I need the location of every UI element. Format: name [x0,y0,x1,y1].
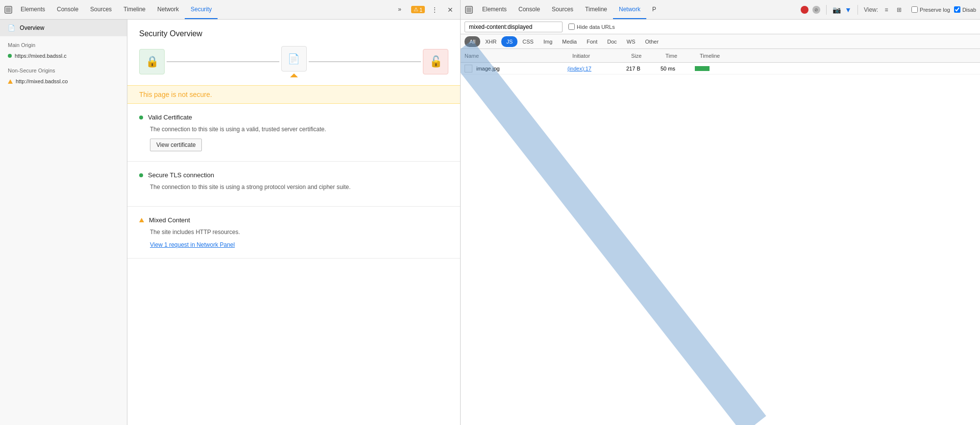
preserve-log-label[interactable]: Preserve log [911,6,950,13]
secure-tls-title: Secure TLS connection [148,171,214,179]
status-diagram: 🔒 📄 🔓 [127,46,460,85]
filter-tab-ws[interactable]: WS [622,36,640,47]
document-icon: 📄 [288,53,300,65]
left-devtools-panel: Elements Console Sources Timeline Networ… [0,0,461,425]
row-size: 217 B [622,66,657,71]
filter-input[interactable] [465,22,563,32]
section-mixed-content: Mixed Content The site includes HTTP res… [127,207,460,259]
network-toolbar-tabs: Elements Console Sources Timeline Networ… [476,0,662,19]
tab-timeline[interactable]: Timeline [118,0,151,19]
disable-label[interactable]: Disab [954,6,976,13]
filter-tab-font[interactable]: Font [582,36,602,47]
mixed-content-header: Mixed Content [139,216,448,224]
tab-security[interactable]: Security [185,0,218,19]
section-secure-tls: Secure TLS connection The connection to … [127,162,460,207]
row-timeline [691,66,980,71]
non-secure-label: Non-Secure Origins [0,62,127,75]
row-checkbox[interactable] [465,65,472,72]
not-secure-banner: This page is not secure. [127,85,460,104]
right-tab-sources[interactable]: Sources [546,0,579,19]
main-origin-url: https://mixed.badssl.c [15,53,67,59]
preserve-log-area: Preserve log Disab [911,6,976,13]
preserve-log-checkbox[interactable] [911,6,918,13]
filter-icon[interactable]: ▼ [845,6,852,14]
filter-tab-all[interactable]: All [465,36,480,47]
secure-tls-header: Secure TLS connection [139,171,448,179]
initiator-link[interactable]: (index):17 [567,66,591,71]
tree-view-button[interactable]: ⊞ [895,5,904,14]
header-size: Size [627,53,662,59]
valid-cert-desc: The connection to this site is using a v… [150,125,448,134]
row-initiator: (index):17 [564,66,622,71]
toolbar-actions: » ⚠ 1 ⋮ ✕ [392,4,456,16]
filter-tab-js[interactable]: JS [501,36,517,47]
tab-more[interactable]: » [392,6,407,14]
insecure-icon-box: 🔓 [423,49,448,74]
table-row[interactable]: image.jpg (index):17 217 B 50 ms [461,63,980,74]
doc-icon-box: 📄 [281,46,307,71]
mixed-content-title: Mixed Content [149,216,190,224]
warning-badge: ⚠ 1 [411,6,425,13]
right-tab-console[interactable]: Console [513,0,546,19]
filter-tab-other[interactable]: Other [640,36,664,47]
network-devtools-logo-icon [465,5,473,14]
status-arrow-container: 📄 [281,46,307,77]
tab-sources[interactable]: Sources [84,0,118,19]
divider2 [858,5,858,15]
filter-tab-css[interactable]: CSS [517,36,539,47]
main-content: 📄 Overview Main Origin https://mixed.bad… [0,20,460,425]
sidebar-item-non-secure[interactable]: http://mixed.badssl.co [0,75,127,87]
sidebar-item-overview[interactable]: 📄 Overview [0,20,127,36]
mixed-content-warning-icon [139,218,144,222]
svg-rect-4 [466,7,471,12]
right-tab-network[interactable]: Network [613,0,646,19]
right-tab-p[interactable]: P [646,0,662,19]
right-tab-timeline[interactable]: Timeline [579,0,613,19]
filter-tab-xhr[interactable]: XHR [480,36,501,47]
header-name: Name [461,53,568,59]
row-time: 50 ms [657,66,691,71]
network-table-header: Name Initiator Size Time Timeline [461,49,980,63]
svg-line-2 [461,49,755,425]
view-certificate-button[interactable]: View certificate [150,139,202,151]
secure-icon-box: 🔒 [139,49,165,74]
menu-button[interactable]: ⋮ [429,4,441,16]
disable-checkbox[interactable] [954,6,960,13]
filter-tab-media[interactable]: Media [557,36,582,47]
header-timeline: Timeline [696,53,980,59]
filter-tab-img[interactable]: Img [539,36,557,47]
main-origin-label: Main Origin [0,36,127,50]
view-request-link[interactable]: View 1 request in Network Panel [150,241,235,248]
filter-bar: Hide data URLs [461,20,980,34]
arrow-down [290,73,298,77]
record-button[interactable] [801,6,808,14]
right-devtools-panel: Elements Console Sources Timeline Networ… [461,0,980,425]
header-initiator: Initiator [568,53,627,59]
overview-label: Overview [20,24,44,31]
close-button[interactable]: ✕ [444,4,456,16]
hide-data-checkbox[interactable] [568,24,575,30]
hide-data-label[interactable]: Hide data URLs [568,24,615,30]
sidebar-item-main-origin[interactable]: https://mixed.badssl.c [0,50,127,62]
list-view-button[interactable]: ≡ [882,5,891,14]
devtools-logo-icon [4,5,13,14]
warning-count: 1 [419,7,422,13]
header-time: Time [662,53,696,59]
tab-console[interactable]: Console [51,0,84,19]
security-overview-title: Security Overview [127,20,460,46]
svg-rect-1 [6,7,11,12]
tab-network[interactable]: Network [151,0,185,19]
non-secure-url: http://mixed.badssl.co [16,78,68,84]
left-toolbar-tabs: Elements Console Sources Timeline Networ… [15,0,390,19]
filter-type-tabs: All XHR JS CSS Img Media Font Doc WS Oth… [461,34,980,49]
tab-elements[interactable]: Elements [15,0,51,19]
stop-button[interactable]: ⊘ [812,6,820,14]
warning-icon: ⚠ [414,6,418,13]
security-panel: Security Overview 🔒 📄 🔓 [127,20,460,425]
left-toolbar: Elements Console Sources Timeline Networ… [0,0,460,20]
row-filename: image.jpg [476,66,500,71]
green-dot-icon [8,54,12,58]
right-tab-elements[interactable]: Elements [476,0,513,19]
filter-tab-doc[interactable]: Doc [602,36,622,47]
secure-tls-desc: The connection to this site is using a s… [150,183,448,191]
